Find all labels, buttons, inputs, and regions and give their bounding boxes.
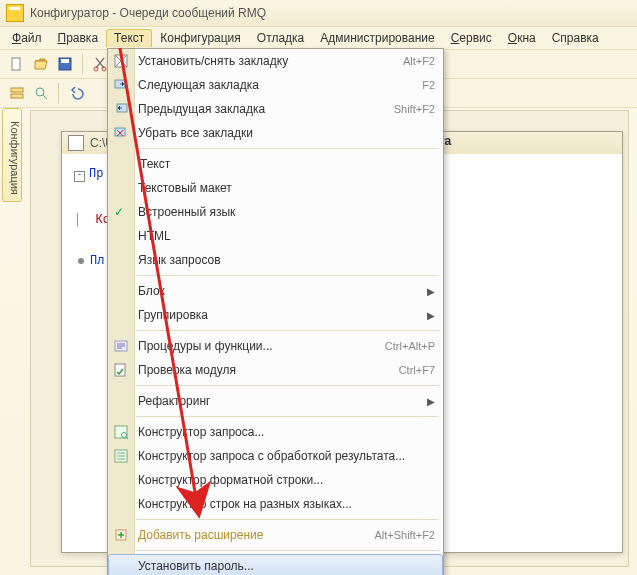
menu-admin[interactable]: Администрирование xyxy=(312,29,442,47)
menu-text-mode[interactable]: Текст xyxy=(108,152,443,176)
svg-rect-15 xyxy=(115,128,125,136)
menu-service[interactable]: Сервис xyxy=(443,29,500,47)
new-doc-icon[interactable] xyxy=(6,53,28,75)
menu-format-constructor[interactable]: Конструктор форматной строки... xyxy=(108,468,443,492)
menu-query-lang[interactable]: Язык запросов xyxy=(108,248,443,272)
menu-refactoring[interactable]: Рефакторинг ▶ xyxy=(108,389,443,413)
titlebar: Конфигуратор - Очереди сообщений RMQ xyxy=(0,0,637,27)
prev-bookmark-icon xyxy=(113,101,129,117)
menu-text-template[interactable]: Текстовый макет xyxy=(108,176,443,200)
chevron-right-icon: ▶ xyxy=(427,286,435,297)
menu-set-password[interactable]: Установить пароль... xyxy=(108,554,443,575)
menu-clear-bookmarks[interactable]: Убрать все закладки xyxy=(108,121,443,145)
menu-text[interactable]: Текст xyxy=(106,29,152,47)
svg-rect-17 xyxy=(115,364,125,376)
procedures-icon xyxy=(113,338,129,354)
clear-bookmarks-icon xyxy=(113,125,129,141)
chevron-right-icon: ▶ xyxy=(427,310,435,321)
text-menu-dropdown: Установить/снять закладку Alt+F2 Следующ… xyxy=(107,48,444,575)
svg-rect-9 xyxy=(11,88,23,92)
menu-configuration[interactable]: Конфигурация xyxy=(152,29,249,47)
menu-multilang-constructor[interactable]: Конструктор строк на разных языках... xyxy=(108,492,443,516)
menubar: Файл Правка Текст Конфигурация Отладка А… xyxy=(0,27,637,50)
chevron-right-icon: ▶ xyxy=(427,396,435,407)
save-icon[interactable] xyxy=(54,53,76,75)
menu-set-bookmark[interactable]: Установить/снять закладку Alt+F2 xyxy=(108,49,443,73)
menu-file[interactable]: Файл xyxy=(4,29,50,47)
bookmark-icon xyxy=(113,53,129,69)
undo-icon[interactable] xyxy=(65,82,87,104)
svg-point-11 xyxy=(36,88,44,96)
open-icon[interactable] xyxy=(30,53,52,75)
side-tab-configuration[interactable]: Конфигурация xyxy=(2,108,22,202)
menu-query-constructor-result[interactable]: Конструктор запроса с обработкой результ… xyxy=(108,444,443,468)
app-icon xyxy=(6,4,24,22)
menu-grouping[interactable]: Группировка ▶ xyxy=(108,303,443,327)
menu-html-mode[interactable]: HTML xyxy=(108,224,443,248)
menu-block[interactable]: Блок ▶ xyxy=(108,279,443,303)
check-icon: ✓ xyxy=(114,205,124,219)
menu-procedures[interactable]: Процедуры и функции... Ctrl+Alt+P xyxy=(108,334,443,358)
menu-next-bookmark[interactable]: Следующая закладка F2 xyxy=(108,73,443,97)
module-check-icon xyxy=(113,362,129,378)
query-ctor-res-icon xyxy=(113,448,129,464)
svg-rect-10 xyxy=(11,94,23,98)
menu-prev-bookmark[interactable]: Предыдущая закладка Shift+F2 xyxy=(108,97,443,121)
document-icon xyxy=(68,135,84,151)
query-ctor-icon xyxy=(113,424,129,440)
menu-debug[interactable]: Отладка xyxy=(249,29,312,47)
menu-module-check[interactable]: Проверка модуля Ctrl+F7 xyxy=(108,358,443,382)
menu-query-constructor[interactable]: Конструктор запроса... xyxy=(108,420,443,444)
add-extension-icon xyxy=(113,527,129,543)
menu-windows[interactable]: Окна xyxy=(500,29,544,47)
svg-rect-18 xyxy=(115,426,127,438)
menu-add-extension[interactable]: Добавить расширение Alt+Shift+F2 xyxy=(108,523,443,547)
window-title: Конфигуратор - Очереди сообщений RMQ xyxy=(30,6,266,20)
menu-help[interactable]: Справка xyxy=(544,29,607,47)
svg-rect-2 xyxy=(61,59,69,63)
menu-edit[interactable]: Правка xyxy=(50,29,107,47)
db-icon[interactable] xyxy=(6,82,28,104)
code-line-1: Пр xyxy=(89,167,103,181)
next-bookmark-icon xyxy=(113,77,129,93)
menu-builtin-lang[interactable]: ✓ Встроенный язык xyxy=(108,200,443,224)
query-icon[interactable] xyxy=(30,82,52,104)
svg-rect-0 xyxy=(12,58,20,70)
code-line-3: Пл xyxy=(90,254,104,268)
